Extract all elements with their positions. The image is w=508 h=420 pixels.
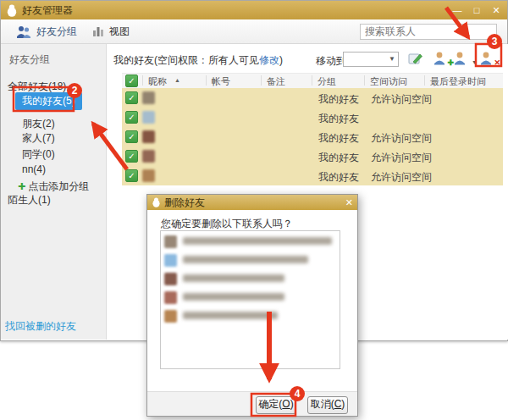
sidebar-header: 好友分组 bbox=[9, 52, 50, 67]
avatar bbox=[164, 310, 177, 323]
dialog-title: 删除好友 bbox=[164, 196, 205, 210]
contacts-to-delete-list bbox=[160, 230, 340, 369]
add-group-plus-icon: ✚ bbox=[18, 181, 25, 191]
toolbar-view[interactable]: 视图 bbox=[92, 25, 130, 39]
dialog-titlebar: 删除好友 ✕ bbox=[147, 195, 357, 210]
add-group-label: 点击添加分组 bbox=[28, 180, 89, 192]
col-nickname[interactable]: 昵称 bbox=[148, 75, 167, 88]
list-item bbox=[164, 290, 334, 307]
avatar bbox=[164, 273, 177, 285]
sidebar-item-strangers[interactable]: 陌生人(1) bbox=[8, 193, 51, 207]
plus-badge-icon: ✚ bbox=[447, 58, 454, 67]
sidebar-item-my-friends[interactable]: 我的好友(5) bbox=[15, 92, 82, 110]
avatar bbox=[164, 235, 177, 248]
avatar bbox=[142, 150, 155, 163]
add-friend-button[interactable]: ✚ bbox=[433, 51, 452, 68]
screenshot-canvas: 好友管理器 — □ ✕ 好友分组 视图 bbox=[0, 0, 508, 420]
list-item bbox=[164, 308, 334, 325]
table-row[interactable]: ✓ 我的好友 允许访问空间 bbox=[122, 166, 503, 185]
move-to-dropdown[interactable]: ▼ bbox=[343, 52, 399, 67]
cancel-label: 取消( bbox=[311, 398, 334, 410]
table-row[interactable]: ✓ 我的好友 bbox=[122, 108, 503, 127]
table-row[interactable]: ✓ 我的好友 允许访问空间 bbox=[122, 146, 503, 166]
sidebar-friend-groups: 好友分组 全部好友(18) 我的好友(5) 朋友(2) 家人(7) 同学(0) … bbox=[1, 44, 107, 340]
row-checkbox[interactable]: ✓ bbox=[125, 150, 138, 163]
col-remark[interactable]: 备注 bbox=[267, 75, 285, 88]
maximize-button[interactable]: □ bbox=[471, 2, 483, 19]
col-account[interactable]: 帐号 bbox=[212, 75, 230, 88]
sidebar-item-friends[interactable]: 朋友(2) bbox=[22, 117, 55, 131]
sidebar-item-classmates[interactable]: 同学(0) bbox=[22, 147, 55, 162]
minimize-button[interactable]: — bbox=[451, 2, 463, 19]
move-friend-button[interactable]: ▼ bbox=[454, 51, 478, 68]
edit-remark-button[interactable] bbox=[408, 51, 427, 68]
confirm-message: 您确定要删除以下联系人吗？ bbox=[161, 217, 293, 231]
window-titlebar: 好友管理器 — □ ✕ bbox=[1, 1, 507, 19]
blurred-login-time bbox=[430, 152, 461, 160]
avatar bbox=[164, 254, 177, 267]
row-group: 我的好友 bbox=[318, 112, 359, 126]
permission-text-close: ) bbox=[279, 54, 283, 66]
sidebar-item-nn[interactable]: nn(4) bbox=[22, 163, 46, 175]
list-item bbox=[164, 252, 334, 269]
qq-penguin-icon bbox=[152, 197, 161, 207]
blurred-nickname bbox=[160, 94, 204, 102]
blurred-contact-name bbox=[183, 256, 308, 263]
select-all-checkbox[interactable]: ✓ bbox=[125, 75, 138, 87]
row-checkbox[interactable]: ✓ bbox=[125, 111, 138, 124]
sort-asc-icon: ▲ bbox=[174, 77, 180, 83]
col-group[interactable]: 分组 bbox=[318, 75, 336, 88]
list-item bbox=[164, 271, 334, 288]
blurred-nickname bbox=[160, 152, 180, 160]
dialog-close-button[interactable]: ✕ bbox=[345, 196, 353, 209]
cancel-label-close: ) bbox=[341, 398, 345, 410]
ok-label: 确定( bbox=[258, 398, 282, 410]
chevron-down-icon: ▼ bbox=[389, 55, 395, 63]
blurred-contact-name bbox=[183, 312, 278, 319]
qq-penguin-icon bbox=[6, 4, 18, 17]
blurred-nickname bbox=[160, 133, 180, 141]
table-row[interactable]: ✓ 我的好友 允许访问空间 bbox=[122, 127, 503, 146]
avatar bbox=[142, 130, 155, 143]
recover-deleted-friends-link[interactable]: 找回被删的好友 bbox=[5, 319, 76, 334]
list-item bbox=[164, 234, 334, 251]
blurred-account bbox=[211, 113, 260, 121]
search-input[interactable] bbox=[360, 24, 497, 40]
row-access: 允许访问空间 bbox=[371, 92, 432, 107]
modify-link[interactable]: 修改 bbox=[259, 54, 279, 66]
permission-text: 我的好友(空间权限：所有人可见 bbox=[113, 54, 259, 66]
group-permission-header: 我的好友(空间权限：所有人可见修改) bbox=[113, 53, 283, 68]
blurred-nickname bbox=[160, 172, 177, 180]
row-group: 我的好友 bbox=[318, 170, 359, 185]
col-last-login[interactable]: 最后登录时间 bbox=[430, 75, 486, 88]
toolbar-view-label: 视图 bbox=[109, 25, 130, 39]
ok-label-close: ) bbox=[290, 398, 294, 410]
sidebar-item-family[interactable]: 家人(7) bbox=[22, 131, 55, 146]
blurred-account bbox=[211, 152, 263, 160]
row-group: 我的好友 bbox=[318, 92, 359, 107]
blurred-nickname bbox=[160, 113, 199, 121]
row-checkbox[interactable]: ✓ bbox=[125, 130, 138, 143]
delete-friend-dialog: 删除好友 ✕ 您确定要删除以下联系人吗？ bbox=[146, 194, 358, 417]
window-controls: — □ ✕ bbox=[451, 2, 502, 19]
toolbar: 好友分组 视图 bbox=[1, 19, 507, 44]
table-row[interactable]: ✓ 我的好友 允许访问空间 bbox=[122, 88, 503, 108]
blurred-contact-name bbox=[183, 274, 284, 282]
row-checkbox[interactable]: ✓ bbox=[125, 169, 138, 182]
delete-friend-button[interactable]: ✕ bbox=[480, 51, 499, 68]
close-button[interactable]: ✕ bbox=[490, 2, 502, 19]
row-group: 我的好友 bbox=[318, 151, 359, 165]
cancel-button[interactable]: 取消(C) bbox=[307, 396, 348, 414]
blurred-account bbox=[211, 172, 265, 180]
row-access: 允许访问空间 bbox=[371, 131, 432, 146]
sidebar-item-add-group[interactable]: ✚点击添加分组 bbox=[18, 180, 89, 194]
toolbar-friend-groups[interactable]: 好友分组 bbox=[16, 25, 77, 39]
avatar bbox=[164, 291, 177, 304]
friend-groups-icon bbox=[16, 25, 31, 38]
blurred-contact-name bbox=[183, 293, 284, 301]
dialog-button-bar: 确定(O) 取消(C) bbox=[147, 391, 357, 416]
col-space-access[interactable]: 空间访问 bbox=[370, 75, 407, 88]
blurred-login-time bbox=[430, 133, 461, 141]
row-checkbox[interactable]: ✓ bbox=[125, 91, 138, 104]
ok-button[interactable]: 确定(O) bbox=[256, 396, 296, 414]
